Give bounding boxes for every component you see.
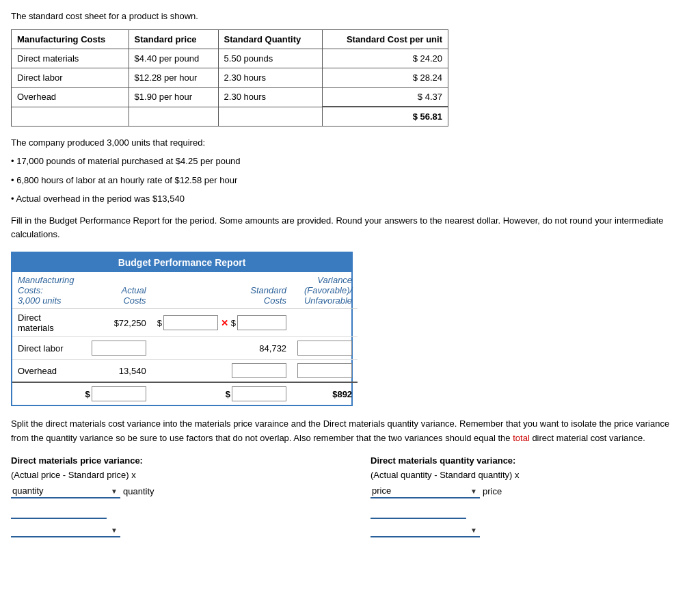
dollar-total-standard: $ — [226, 389, 230, 399]
row-total: $ 56.81 — [322, 107, 448, 127]
row-label-empty — [12, 107, 129, 127]
bpr-row-direct-labor: Direct labor 84,732 — [12, 337, 358, 360]
actual-header: Actual — [121, 285, 146, 295]
bpr-col-header-variance: Variance (Favorable)/ Unfavorable — [292, 272, 358, 309]
overhead-standard-input[interactable] — [232, 363, 286, 378]
costs-header: Costs — [123, 295, 146, 306]
direct-labor-actual — [79, 337, 151, 360]
bpr-row-overhead: Overhead 13,540 — [12, 360, 358, 383]
price-variance-answer-dropdown-wrapper[interactable]: Favorable Unfavorable — [11, 523, 120, 537]
direct-materials-standard-input[interactable] — [163, 315, 218, 330]
price-variance-formula: (Actual price - Standard price) x — [11, 470, 329, 480]
total-standard-input[interactable] — [232, 386, 286, 401]
quantity-variance-dropdown-line: price actual price standard price price — [371, 484, 689, 498]
price-variance-dropdown-wrapper[interactable]: quantity actual quantity standard quanti… — [11, 484, 120, 498]
direct-materials-label: Direct materials — [12, 309, 79, 337]
bpr-col-header-label: Manufacturing Costs: 3,000 units — [12, 272, 79, 309]
table-row: Overhead $1.90 per hour 2.30 hours $ 4.3… — [12, 88, 448, 107]
total-label — [12, 382, 79, 405]
standard-header: Standard — [250, 285, 286, 295]
dollar-total-actual: $ — [85, 389, 90, 399]
standard-cost-table: Manufacturing Costs Standard price Stand… — [11, 29, 448, 127]
mfg-costs-label: Manufacturing Costs: — [18, 275, 74, 295]
variance-header: Variance — [317, 275, 352, 285]
quantity-variance-answer-line — [371, 503, 689, 519]
bpr-header-row: Manufacturing Costs: 3,000 units Actual … — [12, 272, 358, 309]
quantity-label: quantity — [123, 486, 154, 496]
price-variance-answer-input[interactable] — [11, 503, 107, 519]
row-label: Overhead — [12, 88, 129, 107]
row-qty: 2.30 hours — [218, 88, 322, 107]
quantity-variance-dropdown-wrapper[interactable]: price actual price standard price — [371, 484, 480, 498]
quantity-variance-answer-input[interactable] — [371, 503, 466, 519]
price-variance-title: Direct materials price variance: — [11, 455, 329, 466]
row-qty: 5.50 pounds — [218, 49, 322, 68]
quantity-variance-price-select[interactable]: price actual price standard price — [371, 484, 480, 498]
actual-value-dm: $72,250 — [114, 318, 146, 328]
row-label: Direct materials — [12, 49, 129, 68]
overhead-standard — [152, 360, 292, 383]
col-header-cost: Standard Cost per unit — [322, 30, 448, 49]
row-price-empty — [129, 107, 218, 127]
total-actual: $ — [79, 382, 151, 405]
direct-materials-variance-input[interactable] — [237, 315, 286, 330]
bpr-total-row: $ $ $892 — [12, 382, 358, 405]
price-variance-answer-line — [11, 503, 329, 519]
row-price: $12.28 per hour — [129, 68, 218, 88]
row-qty: 2.30 hours — [218, 68, 322, 88]
row-price: $4.40 per pound — [129, 49, 218, 68]
price-variance-result-select[interactable]: Favorable Unfavorable — [11, 523, 120, 537]
quantity-variance-result-select[interactable]: Favorable Unfavorable — [371, 523, 480, 537]
direct-materials-standard: $ ✕ $ — [152, 309, 292, 337]
price-label: price — [483, 486, 502, 496]
dollar-sign-dm2: $ — [231, 318, 236, 328]
units-label: 3,000 units — [18, 295, 62, 306]
overhead-label: Overhead — [12, 360, 79, 383]
table-row: Direct labor $12.28 per hour 2.30 hours … — [12, 68, 448, 88]
overhead-variance — [292, 360, 358, 383]
fill-instruction: Fill in the Budget Performance Report fo… — [11, 214, 689, 243]
price-variance-col: Direct materials price variance: (Actual… — [11, 455, 329, 542]
x-mark-dm: ✕ — [221, 318, 228, 328]
table-row: Direct materials $4.40 per pound 5.50 po… — [12, 49, 448, 68]
quantity-variance-formula: (Actual quantity - Standard quantity) x — [371, 470, 689, 480]
bpr-col-header-actual: Actual Costs — [79, 272, 151, 309]
quantity-variance-col: Direct materials quantity variance: (Act… — [371, 455, 689, 542]
table-row-total: $ 56.81 — [12, 107, 448, 127]
row-qty-empty — [218, 107, 322, 127]
dollar-sign-dm: $ — [157, 318, 162, 328]
row-label: Direct labor — [12, 68, 129, 88]
row-price: $1.90 per hour — [129, 88, 218, 107]
split-instruction: Split the direct materials cost variance… — [11, 417, 689, 446]
total-actual-input[interactable] — [92, 386, 146, 401]
direct-labor-variance-input[interactable] — [297, 341, 352, 356]
price-variance-answer-dropdown-line: Favorable Unfavorable — [11, 523, 329, 537]
total-variance: $892 — [292, 382, 358, 405]
fact-2: • 6,800 hours of labor at an hourly rate… — [11, 172, 689, 188]
direct-labor-standard: 84,732 — [152, 337, 292, 360]
col-header-qty: Standard Quantity — [218, 30, 322, 49]
overhead-variance-input[interactable] — [297, 363, 352, 378]
costs-header2: Costs — [264, 295, 286, 306]
row-cost: $ 4.37 — [322, 88, 448, 107]
bpr-table: Manufacturing Costs: 3,000 units Actual … — [12, 272, 358, 405]
overhead-actual: 13,540 — [79, 360, 151, 383]
bpr-title: Budget Performance Report — [12, 253, 351, 272]
bpr-row-direct-materials: Direct materials $72,250 $ ✕ $ — [12, 309, 358, 337]
fact-3: • Actual overhead in the period was $13,… — [11, 191, 689, 207]
direct-labor-label: Direct labor — [12, 337, 79, 360]
price-variance-quantity-select[interactable]: quantity actual quantity standard quanti… — [11, 484, 120, 498]
fact-intro: The company produced 3,000 units that re… — [11, 135, 689, 150]
quantity-variance-answer-dropdown-wrapper[interactable]: Favorable Unfavorable — [371, 523, 480, 537]
quantity-variance-answer-dropdown-line: Favorable Unfavorable — [371, 523, 689, 537]
variance-calculations: Direct materials price variance: (Actual… — [11, 455, 689, 542]
intro-text: The standard cost sheet for a product is… — [11, 11, 689, 21]
col-header-price: Standard price — [129, 30, 218, 49]
direct-materials-actual: $72,250 — [79, 309, 151, 337]
bpr-col-header-standard: Standard Costs — [152, 272, 292, 309]
variance-section: Split the direct materials cost variance… — [11, 417, 689, 446]
direct-labor-actual-input[interactable] — [92, 341, 146, 356]
total-highlight: total — [513, 433, 530, 443]
quantity-variance-title: Direct materials quantity variance: — [371, 455, 689, 466]
row-cost: $ 28.24 — [322, 68, 448, 88]
